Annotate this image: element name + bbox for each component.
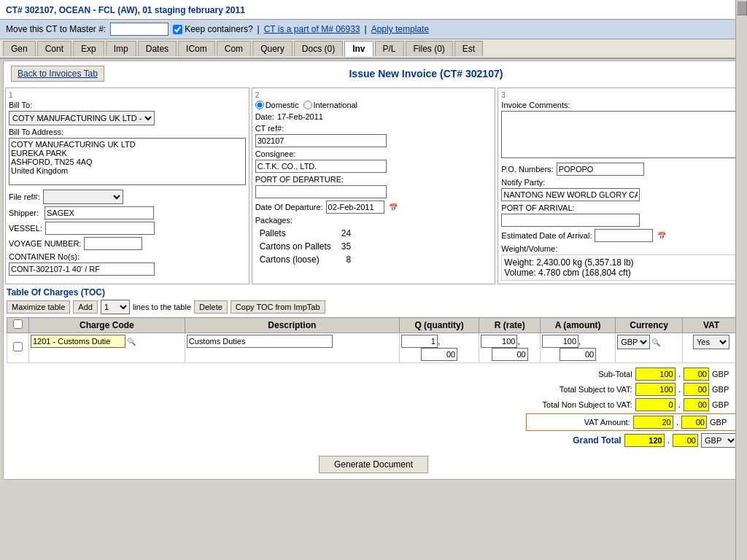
toc-table: Charge Code Description Q (quantity) R (…: [7, 317, 740, 363]
tab-imp[interactable]: Imp: [106, 41, 136, 56]
domestic-radio-label[interactable]: Domestic: [255, 101, 299, 109]
charge-code-search-icon[interactable]: 🔍: [127, 338, 136, 346]
bill-to-address-area[interactable]: [9, 138, 246, 185]
ct-ref-label: CT ref#:: [255, 124, 492, 133]
international-radio[interactable]: [303, 101, 312, 109]
tab-com[interactable]: Com: [217, 41, 251, 56]
scrollbar-thumb[interactable]: [737, 1, 747, 15]
grand-total-currency-select[interactable]: GBP: [701, 433, 738, 448]
po-numbers-label: P.O. Numbers:: [501, 165, 553, 174]
toc-section: Table Of Charges (TOC) Maximize table Ad…: [7, 287, 740, 363]
move-label: Move this CT to Master #:: [6, 24, 106, 34]
vat-amount-val2-input[interactable]: [681, 416, 707, 429]
cartons-pallets-value: 35: [338, 241, 354, 252]
amount-top-input[interactable]: [542, 335, 578, 348]
non-vat-val2-input[interactable]: [684, 398, 709, 411]
po-numbers-input[interactable]: [557, 163, 644, 176]
description-input[interactable]: [187, 335, 333, 348]
invoice-comments-area[interactable]: [501, 111, 738, 158]
domestic-radio[interactable]: [255, 101, 264, 109]
tab-est[interactable]: Est: [454, 41, 483, 56]
consignee-input[interactable]: [255, 160, 387, 173]
file-ref-label: File ref#:: [9, 192, 40, 201]
col-description: Description: [185, 318, 399, 333]
tab-query[interactable]: Query: [252, 41, 293, 56]
title-bar: CT# 302107, OCEAN - FCL (AW), 01 staging…: [0, 0, 747, 20]
est-arrival-cal-icon[interactable]: 📅: [657, 232, 666, 240]
date-value: 17-Feb-2011: [277, 112, 323, 121]
bill-to-select[interactable]: COTY MANUFACTURING UK LTD - ASHFORD: [9, 111, 155, 125]
grand-total-row: Grand Total . GBP: [9, 433, 738, 448]
amount-bottom-input[interactable]: [560, 348, 596, 361]
part-of-link[interactable]: CT is a part of M# 06933: [264, 24, 360, 34]
date-dep-input[interactable]: [326, 201, 384, 214]
tabs-bar: Gen Cont Exp Imp Dates ICom Com Query Do…: [0, 39, 747, 59]
copy-toc-btn[interactable]: Copy TOC from ImpTab: [231, 300, 325, 314]
port-arrival-input[interactable]: [501, 214, 640, 227]
tab-files[interactable]: Files (0): [406, 41, 453, 56]
tab-dates[interactable]: Dates: [138, 41, 177, 56]
file-ref-select[interactable]: [43, 190, 123, 204]
tab-exp[interactable]: Exp: [73, 41, 104, 56]
notify-party-input[interactable]: [501, 188, 640, 201]
international-radio-label[interactable]: International: [303, 101, 358, 109]
scrollbar[interactable]: [735, 0, 747, 560]
tab-gen[interactable]: Gen: [3, 41, 36, 56]
generate-document-btn[interactable]: Generate Document: [319, 456, 428, 473]
subtotal-label: Sub-Total: [516, 370, 632, 378]
est-arrival-input[interactable]: [595, 229, 653, 242]
shipper-input[interactable]: [44, 206, 154, 219]
port-dep-input[interactable]: [255, 185, 387, 198]
add-btn[interactable]: Add: [73, 300, 98, 314]
non-vat-val1-input[interactable]: [635, 398, 676, 411]
pallets-value: 24: [338, 228, 354, 239]
section-1: 1 Bill To: COTY MANUFACTURING UK LTD - A…: [5, 88, 249, 284]
lines-select[interactable]: 1: [101, 300, 130, 314]
tab-cont[interactable]: Cont: [37, 41, 71, 56]
qty-top-input[interactable]: [401, 335, 438, 348]
vessel-input[interactable]: [45, 222, 155, 235]
tab-docs[interactable]: Docs (0): [294, 41, 343, 56]
tab-inv[interactable]: Inv: [344, 41, 373, 56]
currency-search-icon[interactable]: 🔍: [651, 338, 660, 346]
vat-amount-label: VAT Amount:: [528, 418, 630, 427]
maximize-table-btn[interactable]: Maximize table: [7, 300, 70, 314]
gen-doc-section: Generate Document: [5, 456, 742, 473]
keep-containers-checkbox[interactable]: [173, 25, 182, 34]
section-3-num: 3: [501, 91, 738, 99]
voyage-input[interactable]: [84, 237, 142, 250]
date-dep-cal-icon[interactable]: 📅: [389, 203, 398, 211]
weight-vol-label: Weight/Volume:: [501, 244, 738, 253]
grand-total-val1-input[interactable]: [624, 434, 665, 447]
col-vat: VAT: [683, 318, 740, 333]
rate-bottom-input[interactable]: [492, 348, 528, 361]
vat-subject-val1-input[interactable]: [635, 383, 676, 396]
vat-subject-val2-input[interactable]: [684, 383, 709, 396]
packages-table: Pallets 24 Cartons on Pallets 35 Cartons…: [258, 226, 355, 267]
vat-amount-val1-input[interactable]: [633, 416, 673, 429]
back-to-invoices-btn[interactable]: Back to Invoices Tab: [11, 66, 104, 82]
vat-select[interactable]: Yes No: [693, 335, 729, 349]
non-vat-currency: GBP: [712, 400, 738, 409]
currency-select[interactable]: GBP: [617, 335, 650, 349]
tab-pl[interactable]: P/L: [375, 41, 404, 56]
toc-select-all-checkbox[interactable]: [13, 319, 23, 329]
rate-top-input[interactable]: [481, 335, 517, 348]
subtotal-val1-input[interactable]: [635, 368, 676, 381]
subtotal-val2-input[interactable]: [684, 368, 709, 381]
master-input[interactable]: [110, 23, 169, 36]
grand-total-val2-input[interactable]: [673, 434, 698, 447]
row-checkbox[interactable]: [13, 342, 23, 351]
tab-icom[interactable]: ICom: [178, 41, 215, 56]
vat-amount-currency: GBP: [710, 418, 735, 427]
divider2: |: [365, 24, 367, 34]
ct-ref-input[interactable]: [255, 134, 387, 147]
charge-code-input[interactable]: [31, 335, 125, 348]
container-input[interactable]: [9, 262, 155, 276]
non-vat-subject-row: Total Non Subject to VAT: . GBP: [9, 398, 738, 411]
shipper-label: Shipper:: [9, 209, 42, 217]
qty-bottom-input[interactable]: [421, 348, 457, 361]
keep-containers-label[interactable]: Keep containers?: [173, 24, 252, 34]
delete-btn[interactable]: Delete: [194, 300, 228, 314]
apply-template-link[interactable]: Apply template: [371, 24, 429, 34]
